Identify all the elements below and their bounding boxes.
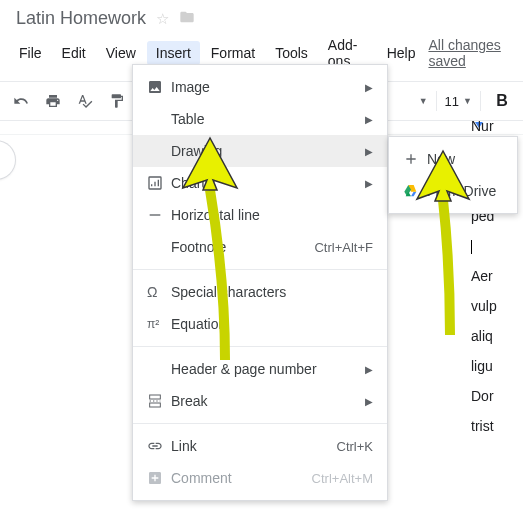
bold-button[interactable]: B bbox=[489, 88, 515, 114]
menu-edit[interactable]: Edit bbox=[53, 41, 95, 65]
menu-item-horizontal-line[interactable]: Horizontal line bbox=[133, 199, 387, 231]
chart-icon bbox=[147, 175, 171, 191]
menu-separator bbox=[133, 423, 387, 424]
comment-add-icon bbox=[147, 470, 171, 486]
menu-item-link[interactable]: Link Ctrl+K bbox=[133, 430, 387, 462]
chevron-down-icon: ▼ bbox=[463, 96, 472, 106]
menu-file[interactable]: File bbox=[10, 41, 51, 65]
svg-rect-2 bbox=[150, 403, 161, 407]
menu-label: Comment bbox=[171, 470, 312, 486]
document-title[interactable]: Latin Homework bbox=[16, 8, 146, 29]
font-size-field[interactable]: 11 ▼ bbox=[445, 94, 472, 109]
plus-icon bbox=[403, 151, 427, 167]
text-line: vulp bbox=[471, 298, 523, 314]
shortcut: Ctrl+Alt+M bbox=[312, 471, 373, 486]
menu-label: Horizontal line bbox=[171, 207, 373, 223]
page-break-icon bbox=[147, 393, 171, 409]
menu-item-equation[interactable]: π² Equation bbox=[133, 308, 387, 340]
menu-label: Table bbox=[171, 111, 365, 127]
spellcheck-icon[interactable] bbox=[72, 88, 98, 114]
star-icon[interactable]: ☆ bbox=[156, 10, 169, 28]
link-icon bbox=[147, 438, 171, 454]
dropdown-icon[interactable]: ▼ bbox=[419, 96, 428, 106]
menu-item-special-characters[interactable]: Ω Special characters bbox=[133, 276, 387, 308]
menu-item-break[interactable]: Break ▶ bbox=[133, 385, 387, 417]
submenu-arrow-icon: ▶ bbox=[365, 146, 373, 157]
menu-item-chart[interactable]: Chart ▶ bbox=[133, 167, 387, 199]
menu-insert[interactable]: Insert bbox=[147, 41, 200, 65]
menu-label: Header & page number bbox=[171, 361, 365, 377]
menu-item-footnote[interactable]: Footnote Ctrl+Alt+F bbox=[133, 231, 387, 263]
menu-label: Chart bbox=[171, 175, 365, 191]
paint-format-icon[interactable] bbox=[104, 88, 130, 114]
text-cursor bbox=[471, 238, 523, 254]
drawing-submenu: New From Drive bbox=[388, 136, 518, 214]
text-line: Aer bbox=[471, 268, 523, 284]
submenu-item-from-drive[interactable]: From Drive bbox=[389, 175, 517, 207]
menu-format[interactable]: Format bbox=[202, 41, 264, 65]
submenu-label: New bbox=[427, 151, 455, 167]
menu-item-header-page-number[interactable]: Header & page number ▶ bbox=[133, 353, 387, 385]
undo-icon[interactable] bbox=[8, 88, 34, 114]
menu-separator bbox=[133, 269, 387, 270]
saved-status-link[interactable]: All changes saved bbox=[428, 37, 513, 69]
shortcut: Ctrl+K bbox=[337, 439, 373, 454]
equation-icon: π² bbox=[147, 317, 171, 331]
menu-label: Image bbox=[171, 79, 365, 95]
submenu-label: From Drive bbox=[427, 183, 496, 199]
svg-rect-1 bbox=[150, 395, 161, 399]
font-size-value: 11 bbox=[445, 94, 459, 109]
omega-icon: Ω bbox=[147, 284, 171, 300]
image-icon bbox=[147, 79, 171, 95]
title-bar: Latin Homework ☆ bbox=[0, 0, 523, 31]
text-line: Dor bbox=[471, 388, 523, 404]
submenu-arrow-icon: ▶ bbox=[365, 82, 373, 93]
submenu-arrow-icon: ▶ bbox=[365, 114, 373, 125]
submenu-arrow-icon: ▶ bbox=[365, 178, 373, 189]
explore-tab[interactable] bbox=[0, 140, 16, 180]
drive-icon bbox=[403, 183, 427, 199]
menu-item-table[interactable]: Table ▶ bbox=[133, 103, 387, 135]
menu-item-drawing[interactable]: Drawing ▶ bbox=[133, 135, 387, 167]
text-line: aliq bbox=[471, 328, 523, 344]
menu-label: Footnote bbox=[171, 239, 314, 255]
horizontal-line-icon bbox=[147, 207, 171, 223]
menu-help[interactable]: Help bbox=[378, 41, 425, 65]
submenu-item-new[interactable]: New bbox=[389, 143, 517, 175]
insert-menu-dropdown: Image ▶ Table ▶ Drawing ▶ Chart ▶ Horizo… bbox=[132, 64, 388, 501]
text-line: Nur bbox=[471, 118, 523, 134]
folder-icon[interactable] bbox=[179, 9, 195, 28]
submenu-arrow-icon: ▶ bbox=[365, 364, 373, 375]
menu-item-comment: Comment Ctrl+Alt+M bbox=[133, 462, 387, 494]
menu-label: Special characters bbox=[171, 284, 373, 300]
menu-label: Break bbox=[171, 393, 365, 409]
menu-separator bbox=[133, 346, 387, 347]
shortcut: Ctrl+Alt+F bbox=[314, 240, 373, 255]
text-line: ligu bbox=[471, 358, 523, 374]
menu-label: Drawing bbox=[171, 143, 365, 159]
menu-label: Equation bbox=[171, 316, 373, 332]
submenu-arrow-icon: ▶ bbox=[365, 396, 373, 407]
menu-item-image[interactable]: Image ▶ bbox=[133, 71, 387, 103]
menu-view[interactable]: View bbox=[97, 41, 145, 65]
print-icon[interactable] bbox=[40, 88, 66, 114]
menu-label: Link bbox=[171, 438, 337, 454]
menu-tools[interactable]: Tools bbox=[266, 41, 317, 65]
text-line: trist bbox=[471, 418, 523, 434]
